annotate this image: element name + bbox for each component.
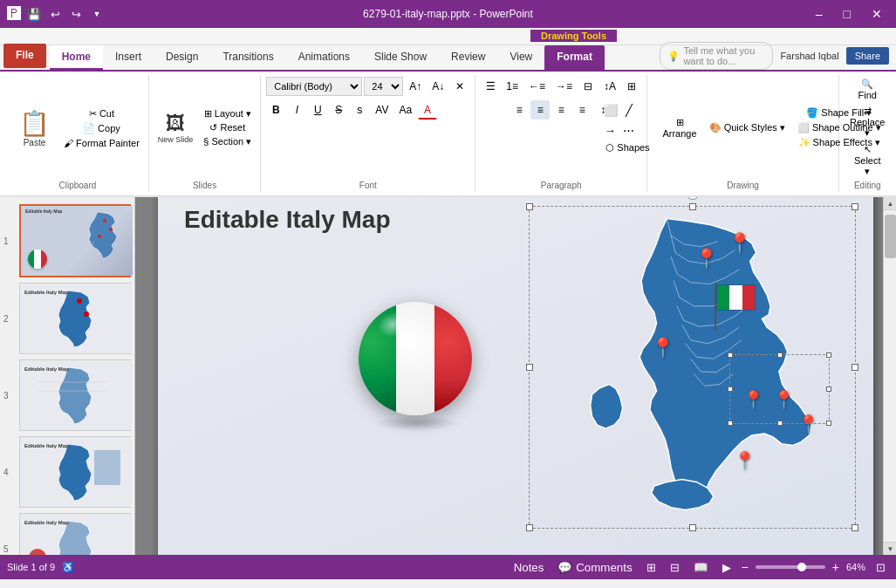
- align-left-button[interactable]: ≡: [510, 100, 529, 120]
- redo-button[interactable]: ↪: [68, 6, 84, 22]
- vertical-scrollbar[interactable]: ▲ ▼: [883, 197, 896, 555]
- reset-button[interactable]: ↺ Reset: [200, 121, 255, 134]
- save-button[interactable]: 💾: [26, 6, 42, 22]
- font-size-select[interactable]: 24: [364, 77, 403, 96]
- scroll-up-arrow[interactable]: ▲: [884, 197, 896, 210]
- slides-label: Slides: [193, 179, 216, 190]
- slide-thumb-3[interactable]: Editable Italy Map: [19, 359, 131, 431]
- layout-button[interactable]: ⊞ Layout ▾: [200, 107, 255, 120]
- zoom-in-button[interactable]: +: [832, 560, 839, 574]
- slide-number-5: 5: [3, 544, 9, 554]
- tab-insert[interactable]: Insert: [103, 45, 154, 70]
- change-case-button[interactable]: Aa: [394, 100, 416, 120]
- view-reading-button[interactable]: 📖: [690, 559, 712, 576]
- list-item[interactable]: 1 Editable Italy Map: [19, 204, 131, 277]
- shapes-button[interactable]: ⬡ Shapes: [602, 141, 653, 154]
- notes-button[interactable]: Notes: [510, 559, 548, 576]
- quick-styles-button[interactable]: 🎨 Quick Styles ▾: [706, 121, 789, 134]
- scroll-down-arrow[interactable]: ▼: [884, 542, 896, 555]
- pin-5[interactable]: 📍: [773, 389, 795, 410]
- zoom-slider[interactable]: [756, 565, 825, 569]
- justify-button[interactable]: ≡: [572, 100, 592, 120]
- italic-button[interactable]: I: [287, 100, 306, 120]
- font-shrink-button[interactable]: A↓: [427, 77, 448, 96]
- tab-design[interactable]: Design: [154, 45, 210, 70]
- tab-transitions[interactable]: Transitions: [210, 45, 285, 70]
- new-slide-button[interactable]: 🖼 New Slide: [154, 111, 197, 146]
- drawing-label: Drawing: [727, 179, 759, 190]
- slide-canvas[interactable]: Editable Italy Map ↻: [158, 197, 873, 555]
- tell-me-search[interactable]: 💡 Tell me what you want to do...: [660, 42, 773, 70]
- decrease-indent-button[interactable]: ←≡: [524, 77, 550, 96]
- shape-rect-button[interactable]: ⬜: [601, 101, 621, 120]
- copy-button[interactable]: 📄 Copy: [60, 122, 143, 135]
- columns-button[interactable]: ⊟: [578, 77, 598, 96]
- shape-line-button[interactable]: ╱: [623, 101, 635, 120]
- scroll-thumb[interactable]: [885, 215, 896, 258]
- shadow-button[interactable]: s: [350, 100, 369, 120]
- list-item[interactable]: 2 Editable Italy Map: [19, 283, 131, 354]
- customize-qat-button[interactable]: ▼: [89, 6, 105, 22]
- pin-2[interactable]: 📍: [728, 232, 751, 255]
- flag-ball[interactable]: [359, 302, 472, 415]
- accessibility-icon[interactable]: ♿: [62, 562, 74, 573]
- view-normal-button[interactable]: ⊞: [643, 559, 660, 576]
- view-slide-show-button[interactable]: ▶: [719, 559, 735, 576]
- pin-3[interactable]: 📍: [651, 337, 674, 359]
- tab-animations[interactable]: Animations: [286, 45, 362, 70]
- tab-review[interactable]: Review: [439, 45, 497, 70]
- svg-point-4: [84, 311, 89, 317]
- underline-button[interactable]: U: [308, 100, 327, 120]
- tab-slide-show[interactable]: Slide Show: [362, 45, 439, 70]
- share-button[interactable]: Share: [846, 47, 889, 65]
- format-painter-button[interactable]: 🖌 Format Painter: [60, 137, 143, 149]
- slide-thumb-1[interactable]: Editable Italy Map: [19, 204, 131, 277]
- list-item[interactable]: 4 Editable Italy Map: [19, 436, 131, 508]
- numbering-button[interactable]: 1≡: [502, 77, 523, 96]
- maximize-button[interactable]: □: [837, 5, 858, 23]
- pin-1[interactable]: 📍: [694, 248, 718, 270]
- shape-arrow-button[interactable]: →: [601, 121, 618, 140]
- font-family-select[interactable]: Calibri (Body): [266, 77, 362, 96]
- pin-7[interactable]: 📍: [734, 450, 756, 471]
- minimize-button[interactable]: –: [809, 5, 830, 23]
- title-bar: 🅿 💾 ↩ ↪ ▼ 6279-01-italy-map.pptx - Power…: [0, 0, 896, 28]
- section-button[interactable]: § Section ▾: [200, 135, 255, 148]
- clear-formatting-button[interactable]: ✕: [450, 77, 469, 96]
- tab-home[interactable]: Home: [50, 45, 103, 70]
- tab-view[interactable]: View: [497, 45, 544, 70]
- shape-more-button[interactable]: ⋯: [620, 121, 637, 140]
- align-center-button[interactable]: ≡: [530, 100, 550, 120]
- increase-indent-button[interactable]: →≡: [551, 77, 577, 96]
- cut-button[interactable]: ✂ Cut: [60, 107, 143, 120]
- select-button[interactable]: ↖ Select ▾: [849, 142, 886, 179]
- tab-format[interactable]: Format: [544, 45, 605, 70]
- undo-button[interactable]: ↩: [47, 6, 63, 22]
- italy-map-container[interactable]: ↻: [529, 206, 860, 537]
- slide-thumb-2[interactable]: Editable Italy Map: [19, 283, 131, 354]
- bullets-button[interactable]: ☰: [481, 77, 500, 96]
- view-slide-sorter-button[interactable]: ⊟: [667, 559, 683, 576]
- find-button[interactable]: 🔍 Find: [853, 77, 882, 102]
- rotation-handle[interactable]: ↻: [686, 197, 700, 200]
- tab-file[interactable]: File: [3, 44, 46, 68]
- font-color-button[interactable]: A: [418, 100, 437, 120]
- slide-thumb-4[interactable]: Editable Italy Map: [19, 436, 131, 508]
- pin-6[interactable]: 📍: [797, 414, 819, 434]
- bold-button[interactable]: B: [266, 100, 285, 120]
- fit-slide-button[interactable]: ⊡: [872, 559, 889, 576]
- pin-4[interactable]: 📍: [742, 389, 764, 410]
- align-right-button[interactable]: ≡: [551, 100, 571, 120]
- char-spacing-button[interactable]: AV: [371, 100, 393, 120]
- arrange-button[interactable]: ⊞Arrange: [659, 113, 700, 142]
- paste-button[interactable]: 📋 Paste: [12, 106, 57, 151]
- zoom-out-button[interactable]: −: [742, 560, 749, 574]
- slide-thumb-5[interactable]: Editable Italy Map: [19, 513, 131, 555]
- close-button[interactable]: ✕: [865, 5, 889, 23]
- font-grow-button[interactable]: A↑: [405, 77, 426, 96]
- list-item[interactable]: 3 Editable Italy Map: [19, 359, 131, 431]
- list-item[interactable]: 5 Editable Italy Map: [19, 513, 131, 555]
- comments-button[interactable]: 💬 Comments: [554, 559, 635, 576]
- strikethrough-button[interactable]: S: [329, 100, 348, 120]
- replace-button[interactable]: ⇄ Replace ▾: [845, 104, 890, 140]
